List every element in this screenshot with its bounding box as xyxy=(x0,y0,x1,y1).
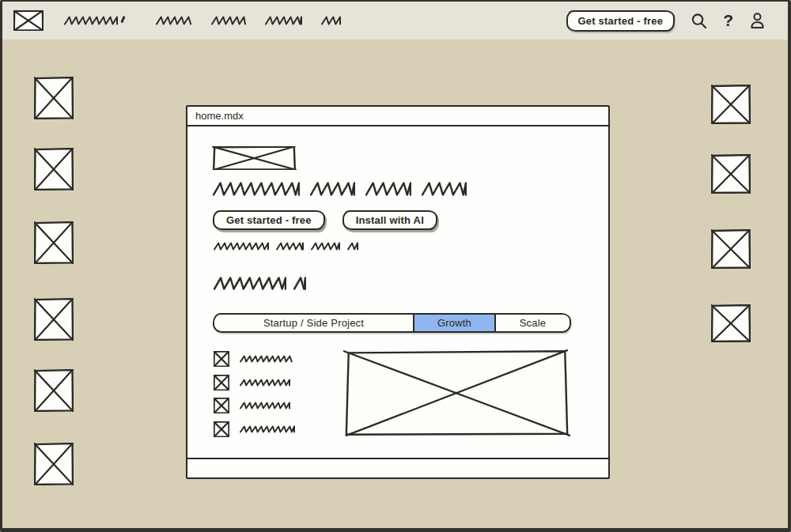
text-squiggle xyxy=(240,379,290,387)
text-squiggle xyxy=(64,16,118,25)
hero-headline-squiggle xyxy=(213,182,467,196)
tab-segment-startup-side-project[interactable]: Startup / Side Project xyxy=(214,315,413,331)
right-image-placeholder-4 xyxy=(711,304,751,342)
text-squiggle xyxy=(211,16,246,25)
user-icon[interactable] xyxy=(749,12,766,29)
text-squiggle xyxy=(214,242,269,251)
search-icon[interactable] xyxy=(691,13,707,29)
text-squiggle xyxy=(310,182,355,196)
text-squiggle xyxy=(240,402,290,409)
checklist-item-2 xyxy=(214,375,295,391)
topbar-actions: Get started - free ? xyxy=(566,10,766,32)
text-squiggle xyxy=(156,16,192,25)
hero-subtext-squiggle xyxy=(214,242,358,251)
checkbox-checked-icon[interactable] xyxy=(214,421,229,437)
left-image-placeholder-1 xyxy=(34,77,74,119)
wireframe-canvas: Get started - free ? xyxy=(0,0,791,532)
plan-tabs: Startup / Side Project Growth Scale xyxy=(213,313,571,333)
page-body: home.mdx Get started - free Install with… xyxy=(2,40,788,532)
left-image-placeholder-6 xyxy=(34,443,74,485)
install-with-ai-button[interactable]: Install with AI xyxy=(343,210,437,230)
window-titlebar: home.mdx xyxy=(187,107,608,126)
checklist-item-4 xyxy=(214,421,295,437)
hero-logo-image-placeholder xyxy=(212,146,297,170)
nav-item-placeholder-3[interactable] xyxy=(211,16,246,25)
text-squiggle xyxy=(311,242,340,251)
text-squiggle xyxy=(213,182,300,196)
window-title: home.mdx xyxy=(195,110,244,122)
left-image-placeholder-4 xyxy=(34,298,74,341)
tab-segment-growth[interactable]: Growth xyxy=(413,315,496,331)
left-image-placeholder-5 xyxy=(34,369,74,412)
feature-checklist xyxy=(214,351,295,444)
nav-item-placeholder-2[interactable] xyxy=(156,16,192,25)
text-squiggle xyxy=(240,355,293,363)
hero-get-started-button[interactable]: Get started - free xyxy=(213,210,325,230)
checkbox-checked-icon[interactable] xyxy=(214,398,229,413)
left-image-placeholder-3 xyxy=(34,221,74,264)
text-squiggle xyxy=(422,182,467,196)
section-heading-squiggle xyxy=(214,277,306,290)
text-squiggle xyxy=(214,277,286,290)
checkbox-checked-icon[interactable] xyxy=(214,351,229,367)
window-footer xyxy=(187,458,608,477)
nav-item-placeholder-1[interactable] xyxy=(64,16,124,25)
left-image-placeholder-2 xyxy=(34,148,74,191)
text-squiggle xyxy=(293,277,306,290)
text-squiggle xyxy=(347,242,358,251)
nav-item-placeholder-5[interactable] xyxy=(321,16,341,25)
help-icon[interactable]: ? xyxy=(723,12,733,29)
nav-menu xyxy=(64,16,341,25)
text-squiggle xyxy=(265,16,302,25)
checklist-item-3 xyxy=(214,398,295,413)
text-squiggle xyxy=(321,16,341,25)
window-content: Get started - free Install with AI Start… xyxy=(187,126,608,458)
tab-segment-scale[interactable]: Scale xyxy=(496,315,570,331)
checklist-item-1 xyxy=(214,351,295,367)
nav-item-placeholder-4[interactable] xyxy=(265,16,302,25)
text-squiggle xyxy=(276,242,304,251)
checkbox-checked-icon[interactable] xyxy=(214,375,229,391)
text-squiggle xyxy=(365,182,411,196)
logo-image-placeholder-icon[interactable] xyxy=(13,10,44,31)
right-image-placeholder-1 xyxy=(711,85,751,124)
hero-buttons: Get started - free Install with AI xyxy=(213,210,437,230)
content-image-placeholder xyxy=(342,349,572,436)
right-image-placeholder-2 xyxy=(711,154,751,194)
top-navbar: Get started - free ? xyxy=(2,2,788,40)
right-image-placeholder-3 xyxy=(711,229,751,269)
get-started-button[interactable]: Get started - free xyxy=(566,10,676,32)
browser-window: home.mdx Get started - free Install with… xyxy=(186,105,610,479)
text-squiggle xyxy=(240,425,295,433)
dropdown-caret-icon xyxy=(120,15,125,22)
